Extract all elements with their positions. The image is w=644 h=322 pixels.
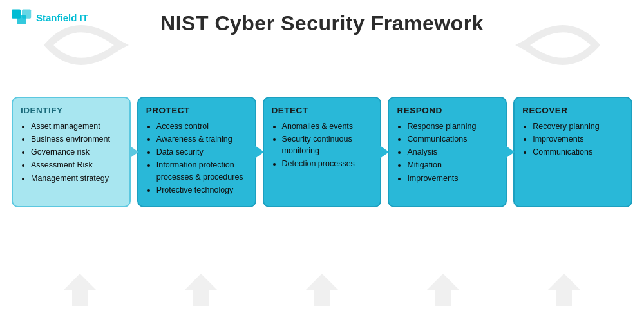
svg-marker-1 [515,37,530,53]
svg-marker-6 [185,274,217,306]
svg-marker-0 [114,37,129,53]
card-detect-list: Anomalies & eventsSecurity continuous mo… [272,120,374,170]
cards-container: IDENTIFYAsset managementBusiness environ… [0,90,644,215]
svg-marker-8 [427,274,459,306]
card-identify-list: Asset managementBusiness environmentGove… [21,120,123,184]
list-item: Protective technology [156,184,249,196]
logo-company-accent: IT [77,12,88,23]
list-item: Anomalies & events [282,120,374,132]
watermark-arrows [0,270,644,309]
logo-icon [12,9,32,26]
card-respond-title: RESPOND [397,106,499,115]
card-respond-list: Response planningCommunicationsAnalysisM… [397,120,499,184]
svg-marker-7 [306,274,338,306]
card-respond-arrow [506,146,515,158]
card-protect-arrow [255,146,264,158]
card-identify: IDENTIFYAsset managementBusiness environ… [12,97,131,207]
list-item: Mitigation [407,159,499,171]
list-item: Business environment [31,133,123,145]
card-detect-title: DETECT [272,106,374,115]
card-identify-arrow [129,146,138,158]
card-protect-title: PROTECT [146,106,249,115]
list-item: Asset management [31,120,123,132]
bg-arrow-right [502,6,605,84]
card-recover: RECOVERRecovery planningImprovementsComm… [513,97,632,207]
logo-company-name: Stanfield [36,12,77,23]
list-item: Detection processes [282,158,374,169]
list-item: Response planning [407,120,499,132]
card-respond: RESPONDResponse planningCommunicationsAn… [388,97,507,207]
list-item: Awareness & training [156,133,249,145]
card-recover-list: Recovery planningImprovementsCommunicati… [522,120,625,158]
card-protect-list: Access controlAwareness & trainingData s… [146,120,249,196]
list-item: Data security [156,146,249,158]
svg-marker-9 [548,274,580,306]
list-item: Access control [156,120,249,132]
list-item: Improvements [533,133,625,145]
svg-rect-4 [17,15,26,24]
card-identify-title: IDENTIFY [21,106,123,115]
list-item: Communications [533,146,625,158]
card-recover-title: RECOVER [522,106,625,115]
list-item: Improvements [407,173,499,184]
card-detect: DETECTAnomalies & eventsSecurity continu… [263,97,382,207]
card-detect-arrow [380,146,389,158]
logo-text: Stanfield IT [36,12,88,23]
list-item: Information protection processes & proce… [156,159,249,182]
list-item: Recovery planning [533,120,625,132]
list-item: Analysis [407,146,499,158]
list-item: Management strategy [31,173,123,184]
page: Stanfield IT NIST Cyber Security Framewo… [0,0,644,322]
list-item: Security continuous monitoring [282,133,374,156]
svg-marker-5 [64,274,96,306]
logo: Stanfield IT [12,9,88,26]
list-item: Communications [407,133,499,145]
list-item: Assessment Risk [31,159,123,171]
list-item: Governance risk [31,146,123,158]
card-protect: PROTECTAccess controlAwareness & trainin… [137,97,256,207]
